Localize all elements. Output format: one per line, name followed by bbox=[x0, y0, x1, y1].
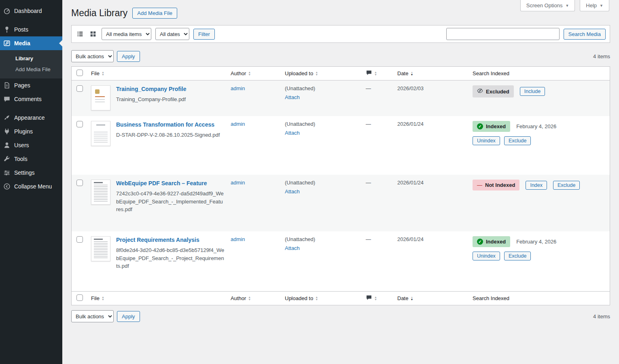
date-filter[interactable]: All dates bbox=[155, 28, 189, 40]
sidebar-item-comments[interactable]: Comments bbox=[0, 92, 62, 106]
column-header-date[interactable]: Date▲▼ bbox=[397, 68, 473, 79]
submenu-item-library[interactable]: Library bbox=[0, 53, 62, 64]
column-header-author[interactable]: Author▲▼ bbox=[231, 68, 285, 79]
sidebar-item-label: Collapse Menu bbox=[14, 183, 52, 190]
sort-icon: ▲▼ bbox=[248, 71, 251, 76]
unattached-label: (Unattached) bbox=[285, 85, 360, 91]
pages-icon bbox=[3, 82, 11, 89]
exclude-button[interactable]: Exclude bbox=[504, 252, 531, 260]
sidebar-item-label: Users bbox=[14, 142, 29, 148]
file-thumbnail[interactable] bbox=[91, 180, 110, 205]
row-checkbox[interactable] bbox=[76, 180, 83, 186]
apply-button[interactable]: Apply bbox=[117, 51, 140, 62]
comments-value: — bbox=[366, 231, 397, 247]
sidebar-item-media[interactable]: Media bbox=[0, 36, 62, 50]
apply-button[interactable]: Apply bbox=[117, 311, 140, 322]
check-circle-icon: ✓ bbox=[477, 239, 483, 245]
file-thumbnail[interactable] bbox=[91, 85, 110, 110]
grid-view-icon[interactable] bbox=[89, 30, 98, 38]
bulk-actions-select[interactable]: Bulk actions bbox=[71, 50, 114, 62]
select-all-checkbox[interactable] bbox=[76, 70, 83, 76]
unattached-label: (Unattached) bbox=[285, 121, 360, 127]
column-footer-comments[interactable]: ▲▼ bbox=[366, 292, 397, 305]
row-checkbox[interactable] bbox=[76, 85, 83, 92]
bulk-actions-bottom: Bulk actions Apply 4 items bbox=[71, 310, 610, 322]
file-thumbnail[interactable] bbox=[91, 236, 110, 261]
file-thumbnail[interactable] bbox=[91, 121, 110, 146]
collapse-menu-button[interactable]: Collapse Menu bbox=[0, 180, 62, 193]
column-header-uploaded-to[interactable]: Uploaded to▲▼ bbox=[285, 68, 366, 79]
sidebar-item-dashboard[interactable]: Dashboard bbox=[0, 4, 62, 18]
select-all-checkbox[interactable] bbox=[76, 294, 83, 301]
list-view-icon[interactable] bbox=[76, 30, 85, 38]
status-label: Indexed bbox=[486, 123, 506, 129]
sidebar-item-posts[interactable]: Posts bbox=[0, 23, 62, 36]
column-footer-author[interactable]: Author▲▼ bbox=[231, 293, 285, 304]
attach-link[interactable]: Attach bbox=[285, 130, 300, 136]
filter-button[interactable]: Filter bbox=[193, 29, 215, 40]
author-link[interactable]: admin bbox=[231, 180, 245, 186]
row-checkbox[interactable] bbox=[76, 236, 83, 243]
row-checkbox[interactable] bbox=[76, 121, 83, 127]
sidebar-item-label: Dashboard bbox=[14, 8, 42, 14]
status-label: Not Indexed bbox=[485, 182, 515, 188]
search-input[interactable] bbox=[446, 28, 560, 40]
search-media-button[interactable]: Search Media bbox=[564, 29, 606, 40]
attach-link[interactable]: Attach bbox=[285, 188, 300, 195]
add-media-file-button[interactable]: Add Media File bbox=[132, 8, 177, 19]
table-row: WebEquipe PDF Search – Feature 7242c3c0-… bbox=[72, 175, 610, 231]
column-footer-file[interactable]: File▲▼ bbox=[91, 293, 231, 304]
exclude-button[interactable]: Exclude bbox=[504, 136, 531, 145]
author-link[interactable]: admin bbox=[231, 85, 245, 91]
sidebar-item-users[interactable]: Users bbox=[0, 138, 62, 152]
attach-link[interactable]: Attach bbox=[285, 94, 300, 100]
column-footer-date[interactable]: Date▲▼ bbox=[397, 293, 473, 304]
author-link[interactable]: admin bbox=[231, 121, 245, 127]
submenu-item-add-media-file[interactable]: Add Media File bbox=[0, 64, 62, 75]
include-button[interactable]: Include bbox=[520, 87, 545, 96]
collapse-icon bbox=[3, 183, 11, 190]
sidebar-item-label: Tools bbox=[14, 156, 28, 162]
index-button[interactable]: Index bbox=[526, 181, 547, 190]
unindex-button[interactable]: Unindex bbox=[473, 252, 500, 260]
status-badge-excluded: Excluded bbox=[473, 85, 514, 97]
status-badge-not-indexed: — Not Indexed bbox=[473, 180, 519, 190]
upload-date: 2026/02/03 bbox=[397, 80, 473, 96]
menu-separator bbox=[0, 18, 62, 23]
status-label: Indexed bbox=[486, 239, 506, 245]
file-title-link[interactable]: Project Requirements Analysis bbox=[116, 236, 225, 243]
comment-bubble-icon bbox=[366, 294, 372, 302]
sidebar-item-label: Plugins bbox=[14, 128, 33, 135]
column-header-comments[interactable]: ▲▼ bbox=[366, 67, 397, 80]
screen-options-button[interactable]: Screen Options ▼ bbox=[520, 0, 575, 11]
attach-link[interactable]: Attach bbox=[285, 245, 300, 251]
media-type-filter[interactable]: All media items bbox=[102, 28, 151, 40]
file-title-link[interactable]: WebEquipe PDF Search – Feature bbox=[116, 180, 225, 187]
column-footer-uploaded-to[interactable]: Uploaded to▲▼ bbox=[285, 293, 366, 304]
column-header-file[interactable]: File▲▼ bbox=[91, 68, 231, 79]
unattached-label: (Unattached) bbox=[285, 180, 360, 186]
file-title-link[interactable]: Business Transformation for Access bbox=[116, 121, 220, 128]
sort-icon: ▲▼ bbox=[374, 296, 377, 301]
page-title: Media Library bbox=[71, 8, 127, 19]
sidebar-item-settings[interactable]: Settings bbox=[0, 166, 62, 180]
comments-value: — bbox=[366, 175, 397, 190]
sidebar-item-label: Posts bbox=[14, 26, 28, 33]
help-label: Help bbox=[586, 2, 597, 8]
filter-bar: All media items All dates Filter Search … bbox=[71, 25, 610, 43]
sidebar-item-plugins[interactable]: Plugins bbox=[0, 125, 62, 138]
menu-separator bbox=[0, 106, 62, 111]
sidebar-item-tools[interactable]: Tools bbox=[0, 152, 62, 166]
unindex-button[interactable]: Unindex bbox=[473, 136, 500, 145]
table-footer-row: File▲▼ Author▲▼ Uploaded to▲▼ ▲▼ Date▲▼ … bbox=[72, 291, 610, 305]
file-title-link[interactable]: Training_Company Profile bbox=[116, 85, 186, 93]
appearance-icon bbox=[3, 114, 11, 121]
bulk-actions-select[interactable]: Bulk actions bbox=[71, 310, 114, 322]
sidebar-item-appearance[interactable]: Appearance bbox=[0, 111, 62, 125]
exclude-button[interactable]: Exclude bbox=[553, 181, 580, 190]
table-row: Project Requirements Analysis 8f0de2d4-3… bbox=[72, 231, 610, 291]
help-button[interactable]: Help ▼ bbox=[580, 0, 609, 11]
sidebar-item-pages[interactable]: Pages bbox=[0, 78, 62, 92]
author-link[interactable]: admin bbox=[231, 236, 245, 242]
indexed-date: February 4, 2026 bbox=[516, 239, 556, 245]
